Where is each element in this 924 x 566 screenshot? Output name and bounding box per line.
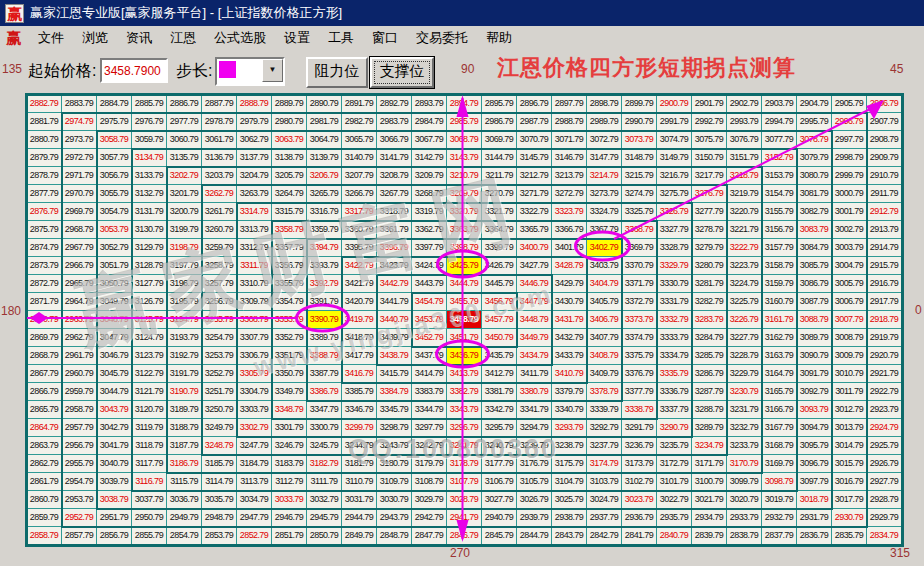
price-cell: 3062.79	[237, 131, 272, 149]
price-cell: 2924.79	[867, 419, 902, 437]
price-cell: 3094.79	[797, 419, 832, 437]
menu-item-help[interactable]: 帮助	[477, 27, 521, 49]
price-cell: 3380.79	[517, 383, 552, 401]
price-cell: 2970.79	[62, 185, 97, 203]
price-cell: 2841.79	[622, 527, 657, 545]
price-cell: 2835.79	[832, 527, 867, 545]
price-cell: 3092.79	[797, 383, 832, 401]
price-cell: 2941.79	[447, 509, 482, 527]
start-price-input[interactable]	[100, 58, 168, 83]
price-cell: 3300.79	[307, 419, 342, 437]
price-cell: 3255.79	[202, 311, 237, 329]
price-cell: 2883.79	[62, 95, 97, 113]
price-cell: 3142.79	[412, 149, 447, 167]
price-cell: 3269.79	[447, 185, 482, 203]
price-cell: 3071.79	[552, 131, 587, 149]
price-cell: 3137.79	[237, 149, 272, 167]
price-cell: 2999.79	[832, 167, 867, 185]
price-cell: 3443.79	[412, 275, 447, 293]
menu-item-formula-stock-pick[interactable]: 公式选股	[205, 27, 275, 49]
price-cell: 3417.79	[342, 347, 377, 365]
price-cell: 3141.79	[377, 149, 412, 167]
price-cell: 2956.79	[62, 437, 97, 455]
price-cell: 3284.79	[692, 329, 727, 347]
menu-item-gann[interactable]: 江恩	[161, 27, 205, 49]
price-cell: 3186.79	[167, 455, 202, 473]
price-cell: 3211.79	[482, 167, 517, 185]
price-cell: 2882.79	[27, 95, 62, 113]
price-cell: 3279.79	[692, 239, 727, 257]
start-price-label: 起始价格:	[28, 61, 96, 82]
price-cell: 2834.79	[867, 527, 902, 545]
price-cell: 3226.79	[727, 311, 762, 329]
price-cell: 3454.79	[412, 293, 447, 311]
price-cell: 3011.79	[832, 383, 867, 401]
price-cell: 3117.79	[132, 455, 167, 473]
price-cell: 3303.79	[237, 401, 272, 419]
price-cell: 2935.79	[657, 509, 692, 527]
price-cell: 3128.79	[132, 257, 167, 275]
price-cell: 2966.79	[62, 257, 97, 275]
price-cell: 3339.79	[587, 401, 622, 419]
menu-item-browse[interactable]: 浏览	[73, 27, 117, 49]
page-title: 江恩价格四方形短期拐点测算	[497, 53, 796, 83]
price-cell: 3427.79	[517, 257, 552, 275]
price-cell: 3086.79	[797, 275, 832, 293]
price-cell: 2863.79	[27, 437, 62, 455]
chevron-down-icon[interactable]: ▼	[262, 59, 283, 82]
price-cell: 3438.79	[377, 347, 412, 365]
price-cell: 3266.79	[342, 185, 377, 203]
price-cell: 3127.79	[132, 275, 167, 293]
price-cell: 3418.79	[342, 329, 377, 347]
price-cell: 3116.79	[132, 473, 167, 491]
price-cell: 2850.79	[307, 527, 342, 545]
step-color-select[interactable]: ▼	[215, 57, 285, 86]
price-cell: 3175.79	[552, 455, 587, 473]
price-cell: 3237.79	[587, 437, 622, 455]
price-cell: 3441.79	[377, 293, 412, 311]
price-cell: 3398.79	[447, 239, 482, 257]
price-cell: 3104.79	[552, 473, 587, 491]
price-cell: 3207.79	[342, 167, 377, 185]
price-cell: 3170.79	[727, 455, 762, 473]
price-cell: 3200.79	[167, 203, 202, 221]
price-cell: 3403.79	[587, 257, 622, 275]
price-cell: 3119.79	[132, 419, 167, 437]
menu-item-settings[interactable]: 设置	[275, 27, 319, 49]
price-cell: 2910.79	[867, 167, 902, 185]
price-cell: 3452.79	[412, 329, 447, 347]
price-cell: 3217.79	[692, 167, 727, 185]
price-cell: 3333.79	[657, 329, 692, 347]
price-cell: 2900.79	[657, 95, 692, 113]
price-cell: 3157.79	[762, 239, 797, 257]
price-cell: 2861.79	[27, 473, 62, 491]
menu-item-window[interactable]: 窗口	[363, 27, 407, 49]
price-cell: 3261.79	[202, 203, 237, 221]
price-cell: 3317.79	[342, 203, 377, 221]
price-cell: 3144.79	[482, 149, 517, 167]
support-button[interactable]: 支撑位	[370, 57, 434, 88]
resistance-button[interactable]: 阻力位	[306, 57, 368, 88]
price-cell: 3153.79	[762, 167, 797, 185]
price-cell: 3152.79	[762, 149, 797, 167]
menu-item-trade-order[interactable]: 交易委托	[407, 27, 477, 49]
price-cell: 3400.79	[517, 239, 552, 257]
menu-item-news[interactable]: 资讯	[117, 27, 161, 49]
menu-item-file[interactable]: 文件	[29, 27, 73, 49]
menu-item-tools[interactable]: 工具	[319, 27, 363, 49]
price-cell: 2845.79	[482, 527, 517, 545]
focus-rectangle	[374, 61, 430, 84]
price-cell: 3040.79	[97, 455, 132, 473]
price-cell: 2885.79	[132, 95, 167, 113]
price-cell: 3430.79	[552, 293, 587, 311]
price-cell: 3455.79	[447, 293, 482, 311]
price-cell: 2849.79	[342, 527, 377, 545]
angle-label-180: 180	[1, 304, 21, 318]
price-cell: 3315.79	[272, 203, 307, 221]
price-cell: 3177.79	[482, 455, 517, 473]
price-cell: 3297.79	[412, 419, 447, 437]
price-cell: 3288.79	[692, 401, 727, 419]
angle-label-0: 0	[915, 303, 922, 317]
price-cell: 2909.79	[867, 149, 902, 167]
price-cell: 2913.79	[867, 221, 902, 239]
